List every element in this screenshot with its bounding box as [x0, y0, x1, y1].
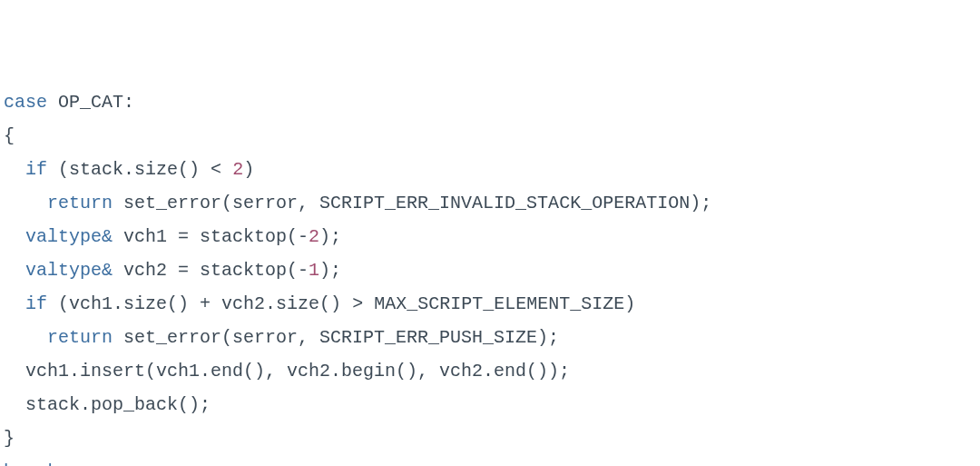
- space: [47, 159, 58, 180]
- op-lt: <: [211, 159, 221, 180]
- space: [221, 159, 232, 180]
- rparen: ): [243, 159, 254, 180]
- space: [113, 260, 123, 281]
- space: [200, 159, 211, 180]
- token-max-size: MAX_SCRIPT_ELEMENT_SIZE: [374, 293, 624, 314]
- close-paren-semi-2: );: [319, 260, 341, 281]
- keyword-case: case: [4, 92, 47, 113]
- number-2-b: 2: [309, 226, 319, 247]
- keyword-if-2: if: [25, 293, 47, 314]
- expr-stack-size: stack.size(): [69, 159, 200, 180]
- token-op-cat: OP_CAT: [58, 92, 123, 113]
- brace-open: {: [4, 125, 15, 146]
- space: [113, 327, 123, 348]
- space: [47, 293, 58, 314]
- keyword-return: return: [47, 193, 113, 213]
- call-insert: vch1.insert(vch1.end(), vch2.begin(), vc…: [25, 361, 570, 382]
- space: [363, 293, 374, 314]
- number-2: 2: [232, 159, 243, 180]
- call-pop-back: stack.pop_back();: [25, 394, 211, 415]
- call-set-error-2: set_error(serror, SCRIPT_ERR_PUSH_SIZE);: [123, 327, 559, 348]
- call-set-error-1: set_error(serror, SCRIPT_ERR_INVALID_STA…: [123, 193, 711, 213]
- close-paren-semi-1: );: [319, 226, 341, 247]
- type-valtype-ref-2: valtype&: [25, 260, 113, 281]
- expr-vch1-assign: vch1 = stacktop(-: [123, 226, 309, 247]
- type-valtype-ref: valtype&: [25, 226, 113, 247]
- lparen: (: [58, 159, 69, 180]
- expr-size-sum: vch1.size() + vch2.size(): [69, 293, 341, 314]
- keyword-if: if: [25, 159, 47, 180]
- keyword-break: break: [4, 461, 58, 466]
- space: [113, 226, 123, 247]
- expr-vch2-assign: vch2 = stacktop(-: [123, 260, 309, 281]
- lparen-2: (: [58, 293, 69, 314]
- number-1: 1: [309, 260, 319, 281]
- op-gt: >: [352, 293, 363, 314]
- space: [47, 92, 58, 113]
- rparen-2: ): [624, 293, 635, 314]
- semi: ;: [58, 461, 69, 466]
- space: [113, 193, 123, 213]
- code-block: case OP_CAT: { if (stack.size() < 2) ret…: [4, 85, 976, 466]
- brace-close: }: [4, 428, 15, 449]
- space: [341, 293, 352, 314]
- colon: :: [123, 92, 134, 113]
- keyword-return-2: return: [47, 327, 113, 348]
